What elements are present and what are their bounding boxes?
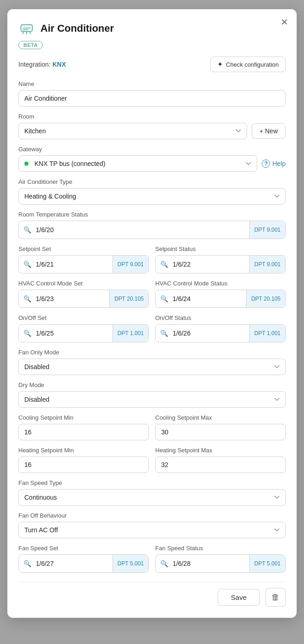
fan-only-select[interactable]: Disabled xyxy=(18,359,286,375)
name-input[interactable] xyxy=(18,90,286,107)
fan-speed-status-search-icon[interactable]: 🔍 xyxy=(156,555,173,572)
fan-off-select[interactable]: Turn AC Off xyxy=(18,522,286,538)
heating-max-col: Heating Setpoint Max xyxy=(155,440,286,473)
setpoint-status-col: Setpoint Status 🔍 1/6/22 DPT 9.001 xyxy=(155,239,286,274)
fan-speed-set-search-icon[interactable]: 🔍 xyxy=(19,555,36,572)
heating-min-col: Heating Setpoint Min xyxy=(18,440,149,473)
room-select[interactable]: Kitchen xyxy=(18,123,247,139)
integration-row: Integration: KNX ✦ Check configuration xyxy=(18,57,286,72)
delete-button[interactable]: 🗑 xyxy=(265,588,286,607)
hvac-mode-set-label: HVAC Control Mode Set xyxy=(18,280,149,287)
check-configuration-button[interactable]: ✦ Check configuration xyxy=(210,57,286,72)
modal-overlay: Air Conditioner ✕ BETA Integration: KNX … xyxy=(0,0,304,644)
heating-min-input[interactable] xyxy=(18,456,149,473)
room-temp-field: 🔍 1/6/20 DPT 9.001 xyxy=(18,221,286,239)
heating-max-label: Heating Setpoint Max xyxy=(155,447,286,454)
ac-icon xyxy=(18,20,35,37)
fan-speed-status-value: 1/6/28 xyxy=(173,556,249,571)
setpoint-row: Setpoint Set 🔍 1/6/21 DPT 9.001 Setpoint… xyxy=(18,239,286,274)
cooling-min-label: Cooling Setpoint Min xyxy=(18,414,149,421)
onoff-status-search-icon[interactable]: 🔍 xyxy=(156,325,173,342)
hvac-mode-set-search-icon[interactable]: 🔍 xyxy=(19,290,36,308)
setpoint-set-dpt: DPT 9.001 xyxy=(113,256,148,273)
close-button[interactable]: ✕ xyxy=(281,17,288,27)
setpoint-set-label: Setpoint Set xyxy=(18,245,149,252)
integration-link[interactable]: KNX xyxy=(52,61,66,68)
fan-speed-type-select[interactable]: Continuous xyxy=(18,489,286,506)
ac-type-label: Air Conditioner Type xyxy=(18,178,286,185)
setpoint-status-label: Setpoint Status xyxy=(155,245,286,252)
hvac-mode-status-col: HVAC Control Mode Status 🔍 1/6/24 DPT 20… xyxy=(155,274,286,308)
cooling-max-label: Cooling Setpoint Max xyxy=(155,414,286,421)
gateway-select[interactable]: KNX TP bus (connected) xyxy=(18,155,257,172)
ac-type-select[interactable]: Heating & Cooling xyxy=(18,188,286,205)
modal-header: Air Conditioner xyxy=(18,20,286,37)
onoff-set-label: On/Off Set xyxy=(18,314,149,321)
onoff-set-col: On/Off Set 🔍 1/6/25 DPT 1.001 xyxy=(18,308,149,342)
setpoint-status-search-icon[interactable]: 🔍 xyxy=(156,256,173,273)
dry-mode-label: Dry Mode xyxy=(18,382,286,388)
trash-icon: 🗑 xyxy=(271,593,280,602)
fan-speed-set-col: Fan Speed Set 🔍 1/6/27 DPT 5.001 xyxy=(18,538,149,573)
onoff-set-value: 1/6/25 xyxy=(36,325,113,341)
hvac-mode-row: HVAC Control Mode Set 🔍 1/6/23 DPT 20.10… xyxy=(18,274,286,308)
onoff-status-value: 1/6/26 xyxy=(173,325,249,341)
cooling-min-input[interactable] xyxy=(18,424,149,440)
fan-speed-set-dpt: DPT 5.001 xyxy=(113,555,148,572)
fan-speed-set-label: Fan Speed Set xyxy=(18,545,149,552)
heating-min-label: Heating Setpoint Min xyxy=(18,447,149,454)
gateway-label: Gateway xyxy=(18,146,286,153)
beta-badge: BETA xyxy=(18,41,43,49)
heating-max-input[interactable] xyxy=(155,456,286,473)
fan-speed-type-label: Fan Speed Type xyxy=(18,479,286,486)
room-temp-dpt: DPT 9.001 xyxy=(249,221,285,239)
fan-off-label: Fan Off Behaviour xyxy=(18,512,286,519)
fan-only-label: Fan Only Mode xyxy=(18,349,286,356)
save-button[interactable]: Save xyxy=(218,589,260,606)
onoff-status-dpt: DPT 1.001 xyxy=(249,325,285,342)
cooling-setpoint-row: Cooling Setpoint Min Cooling Setpoint Ma… xyxy=(18,408,286,440)
room-label: Room xyxy=(18,113,286,120)
name-label: Name xyxy=(18,80,286,87)
new-room-button[interactable]: + New xyxy=(252,123,286,139)
setpoint-set-col: Setpoint Set 🔍 1/6/21 DPT 9.001 xyxy=(18,239,149,274)
cooling-max-col: Cooling Setpoint Max xyxy=(155,408,286,440)
setpoint-status-dpt: DPT 9.001 xyxy=(249,256,285,273)
hvac-mode-status-value: 1/6/24 xyxy=(173,291,246,307)
cooling-max-input[interactable] xyxy=(155,424,286,440)
fan-speed-set-field: 🔍 1/6/27 DPT 5.001 xyxy=(18,554,149,573)
onoff-status-label: On/Off Status xyxy=(155,314,286,321)
hvac-mode-status-dpt: DPT 20.105 xyxy=(246,290,285,308)
hvac-mode-set-value: 1/6/23 xyxy=(36,291,109,307)
fan-speed-status-col: Fan Speed Status 🔍 1/6/28 DPT 5.001 xyxy=(155,538,286,573)
room-temp-value: 1/6/20 xyxy=(36,222,249,238)
fan-speed-set-value: 1/6/27 xyxy=(36,556,113,571)
onoff-status-field: 🔍 1/6/26 DPT 1.001 xyxy=(155,324,286,342)
hvac-mode-status-field: 🔍 1/6/24 DPT 20.105 xyxy=(155,290,286,308)
dry-mode-select[interactable]: Disabled xyxy=(18,391,286,408)
setpoint-status-field: 🔍 1/6/22 DPT 9.001 xyxy=(155,255,286,274)
setpoint-set-search-icon[interactable]: 🔍 xyxy=(19,256,36,273)
setpoint-set-field: 🔍 1/6/21 DPT 9.001 xyxy=(18,255,149,274)
fan-speed-status-dpt: DPT 5.001 xyxy=(249,555,285,572)
onoff-set-field: 🔍 1/6/25 DPT 1.001 xyxy=(18,324,149,342)
footer-row: Save 🗑 xyxy=(18,582,286,607)
fan-speed-status-field: 🔍 1/6/28 DPT 5.001 xyxy=(155,554,286,573)
check-config-icon: ✦ xyxy=(217,60,223,68)
integration-label: Integration: KNX xyxy=(18,61,66,68)
hvac-mode-set-dpt: DPT 20.105 xyxy=(109,290,148,308)
room-select-wrap: Kitchen xyxy=(18,123,247,139)
help-button[interactable]: ? Help xyxy=(262,160,286,168)
hvac-mode-status-search-icon[interactable]: 🔍 xyxy=(156,290,173,308)
setpoint-set-value: 1/6/21 xyxy=(36,256,113,272)
gateway-row: KNX TP bus (connected) ? Help xyxy=(18,155,286,172)
room-temp-search-icon[interactable]: 🔍 xyxy=(19,221,36,239)
heating-setpoint-row: Heating Setpoint Min Heating Setpoint Ma… xyxy=(18,440,286,473)
modal-title: Air Conditioner xyxy=(40,23,114,34)
air-conditioner-modal: Air Conditioner ✕ BETA Integration: KNX … xyxy=(7,9,297,618)
onoff-set-search-icon[interactable]: 🔍 xyxy=(19,325,36,342)
onoff-set-dpt: DPT 1.001 xyxy=(113,325,148,342)
fan-speed-row: Fan Speed Set 🔍 1/6/27 DPT 5.001 Fan Spe… xyxy=(18,538,286,573)
hvac-mode-set-col: HVAC Control Mode Set 🔍 1/6/23 DPT 20.10… xyxy=(18,274,149,308)
room-temp-label: Room Temperature Status xyxy=(18,211,286,218)
